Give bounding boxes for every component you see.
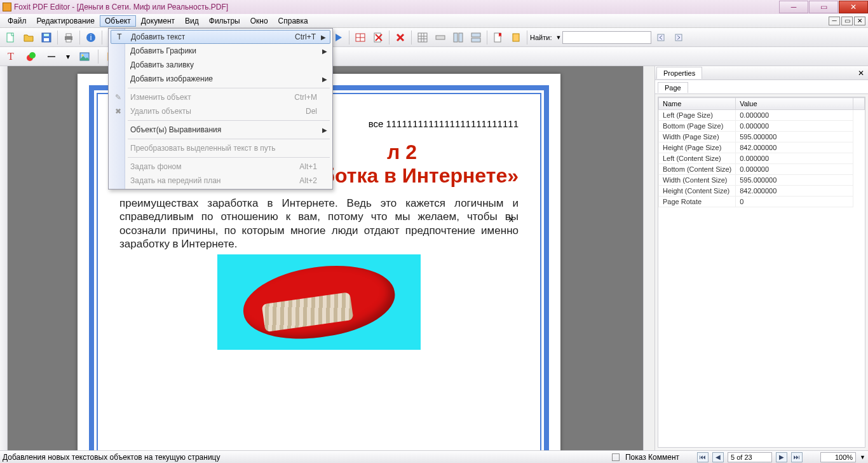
col-value[interactable]: Value bbox=[736, 98, 853, 110]
page-tab[interactable]: Page bbox=[658, 82, 688, 93]
grid-button[interactable] bbox=[414, 29, 431, 46]
vertical-scrollbar[interactable] bbox=[643, 66, 654, 450]
table-button[interactable] bbox=[352, 29, 369, 46]
property-row[interactable]: Left (Page Size)0.000000 bbox=[659, 110, 865, 121]
shape-button[interactable] bbox=[23, 48, 39, 65]
info-button[interactable]: i bbox=[83, 29, 99, 46]
property-row[interactable]: Height (Content Size)842.000000 bbox=[659, 186, 865, 197]
mdi-minimize-button[interactable]: ─ bbox=[829, 17, 840, 25]
attach-button[interactable] bbox=[508, 29, 524, 46]
search-dropdown-icon[interactable]: ▼ bbox=[555, 34, 561, 41]
add-text-button[interactable]: T bbox=[3, 48, 19, 65]
menu-item-label: Добавить текст bbox=[131, 32, 185, 41]
menu-item[interactable]: Добавить Графики▶ bbox=[110, 44, 331, 58]
zoom-input[interactable] bbox=[820, 452, 856, 462]
svg-rect-29 bbox=[658, 34, 664, 41]
menu-window[interactable]: Окно bbox=[245, 15, 273, 27]
property-name: Height (Content Size) bbox=[659, 186, 736, 197]
menu-item-label: Добавить Графики bbox=[130, 46, 196, 55]
menu-item: ✖Удалить объектыDel bbox=[110, 104, 331, 118]
col-name[interactable]: Name bbox=[659, 98, 736, 110]
submenu-arrow-icon: ▶ bbox=[322, 76, 327, 83]
bookmark-button[interactable] bbox=[490, 29, 506, 46]
prev-page-button[interactable]: ◀ bbox=[712, 452, 724, 462]
menu-document[interactable]: Документ bbox=[136, 15, 180, 27]
mdi-restore-button[interactable]: ▭ bbox=[841, 17, 853, 25]
property-value: 0.000000 bbox=[736, 164, 853, 175]
svg-rect-30 bbox=[675, 34, 682, 41]
menu-object[interactable]: Объект bbox=[100, 15, 136, 27]
menu-item-label: Удалить объекты bbox=[130, 107, 191, 116]
open-file-button[interactable] bbox=[20, 29, 37, 46]
show-comment-checkbox[interactable] bbox=[612, 453, 620, 461]
search-next-button[interactable] bbox=[670, 29, 687, 46]
split-button[interactable] bbox=[468, 29, 484, 46]
delete-page-button[interactable] bbox=[370, 29, 386, 46]
image-button[interactable] bbox=[76, 48, 93, 65]
svg-rect-26 bbox=[471, 38, 480, 42]
title-bar: Foxit PDF Editor - [Деньги в Сети. Миф и… bbox=[0, 0, 868, 14]
menu-shortcut: Del bbox=[306, 107, 317, 116]
show-comment-label: Показ Коммент bbox=[625, 453, 679, 462]
svg-rect-2 bbox=[44, 38, 49, 41]
svg-point-32 bbox=[29, 52, 36, 59]
menu-shortcut: Alt+1 bbox=[299, 162, 317, 171]
property-row[interactable]: Width (Content Size)595.000000 bbox=[659, 175, 865, 186]
line-dropdown[interactable]: ▾ bbox=[64, 48, 72, 65]
zoom-dropdown-icon[interactable]: ▼ bbox=[860, 454, 865, 460]
svg-rect-23 bbox=[454, 33, 458, 42]
doc-x-mark: x bbox=[509, 214, 513, 224]
save-button[interactable] bbox=[38, 29, 55, 46]
property-row[interactable]: Bottom (Content Size)0.000000 bbox=[659, 164, 865, 175]
ruler-button[interactable] bbox=[432, 29, 449, 46]
menu-filters[interactable]: Фильтры bbox=[204, 15, 245, 27]
svg-rect-5 bbox=[66, 34, 71, 36]
property-row[interactable]: Height (Page Size)842.000000 bbox=[659, 142, 865, 153]
menu-item[interactable]: Объект(ы) Выравнивания▶ bbox=[110, 123, 331, 137]
property-name: Width (Page Size) bbox=[659, 132, 736, 142]
property-row[interactable]: Page Rotate0 bbox=[659, 197, 865, 207]
next-page-button[interactable]: ▶ bbox=[776, 452, 787, 462]
new-file-button[interactable] bbox=[3, 29, 19, 46]
svg-rect-25 bbox=[471, 33, 480, 37]
page-input[interactable] bbox=[728, 452, 772, 462]
first-page-button[interactable]: ⏮ bbox=[697, 452, 709, 462]
property-row[interactable]: Width (Page Size)595.000000 bbox=[659, 132, 865, 142]
svg-rect-28 bbox=[513, 34, 519, 41]
properties-panel: Properties ✕ Page Name Value Left (Page … bbox=[654, 66, 868, 450]
cancel-button[interactable] bbox=[392, 29, 409, 46]
property-value: 595.000000 bbox=[736, 132, 853, 142]
menu-item: Задать фономAlt+1 bbox=[110, 160, 331, 174]
property-row[interactable]: Left (Content Size)0.000000 bbox=[659, 153, 865, 164]
menu-view[interactable]: Вид bbox=[180, 15, 204, 27]
properties-close-icon[interactable]: ✕ bbox=[858, 69, 864, 78]
menu-item[interactable]: TДобавить текстCtrl+T▶ bbox=[111, 30, 330, 44]
property-value: 842.000000 bbox=[736, 186, 853, 197]
property-name: Page Rotate bbox=[659, 197, 736, 207]
property-row[interactable]: Bottom (Page Size)0.000000 bbox=[659, 121, 865, 132]
menu-item[interactable]: Добавить изображение▶ bbox=[110, 72, 331, 86]
menu-item[interactable]: Добавить заливку bbox=[110, 58, 331, 72]
layout-button[interactable] bbox=[450, 29, 466, 46]
last-page-button[interactable]: ⏭ bbox=[791, 452, 803, 462]
svg-rect-22 bbox=[436, 36, 445, 39]
app-icon bbox=[3, 3, 11, 11]
print-button[interactable] bbox=[60, 29, 77, 46]
left-strip bbox=[0, 66, 8, 450]
search-input[interactable] bbox=[562, 31, 651, 44]
svg-rect-3 bbox=[44, 34, 49, 36]
minimize-button[interactable]: ─ bbox=[779, 1, 808, 13]
menu-item-label: Преобразовать выделенный текст в путь bbox=[130, 144, 276, 153]
search-prev-button[interactable] bbox=[653, 29, 669, 46]
property-name: Left (Page Size) bbox=[659, 110, 736, 121]
submenu-arrow-icon: ▶ bbox=[322, 48, 327, 55]
menu-edit[interactable]: Редактирование bbox=[32, 15, 100, 27]
line-button[interactable] bbox=[43, 48, 60, 65]
properties-tab[interactable]: Properties bbox=[656, 67, 702, 79]
property-value: 842.000000 bbox=[736, 142, 853, 153]
close-button[interactable]: ✕ bbox=[839, 1, 868, 13]
maximize-button[interactable]: ▭ bbox=[809, 1, 838, 13]
menu-file[interactable]: Файл bbox=[3, 15, 32, 27]
menu-help[interactable]: Справка bbox=[273, 15, 313, 27]
mdi-close-button[interactable]: ✕ bbox=[854, 17, 865, 25]
